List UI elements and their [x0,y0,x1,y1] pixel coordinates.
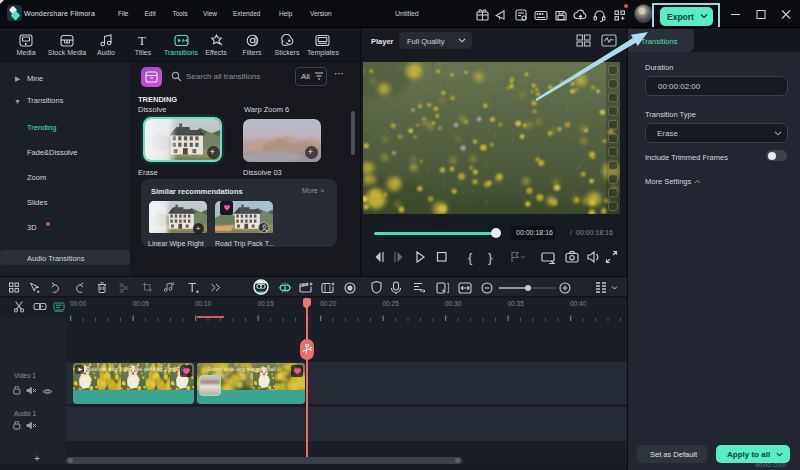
svg-text:{: { [468,250,473,265]
svg-text:}: } [488,250,493,265]
